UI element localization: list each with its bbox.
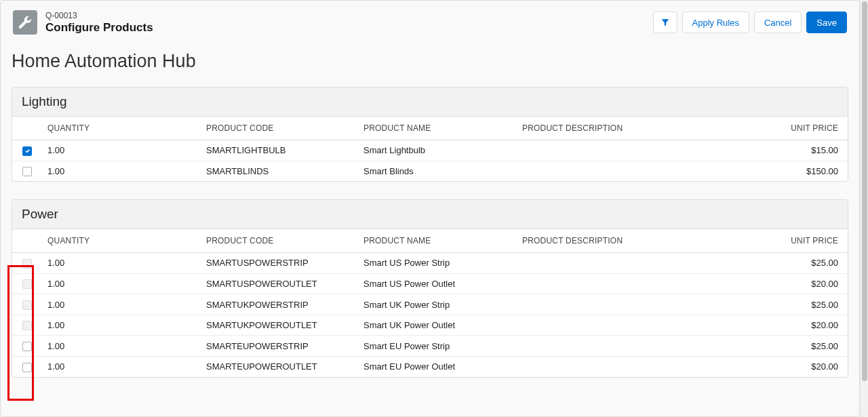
table-row: 1.00SMARTEUPOWEROUTLETSmart EU Power Out… — [12, 356, 848, 376]
table-row: 1.00SMARTUSPOWERSTRIPSmart US Power Stri… — [12, 253, 848, 274]
cell-product-name: Smart UK Power Outlet — [358, 315, 517, 336]
row-checkbox — [22, 279, 32, 289]
save-button[interactable]: Save — [806, 12, 847, 33]
col-header-name: PRODUCT NAME — [358, 117, 517, 140]
cell-product-code: SMARTEUPOWERSTRIP — [201, 336, 358, 357]
cell-product-desc — [517, 273, 734, 294]
cell-product-desc — [517, 161, 734, 181]
row-checkbox[interactable] — [22, 363, 32, 372]
cell-quantity[interactable]: 1.00 — [42, 140, 201, 161]
cell-product-desc — [517, 356, 734, 376]
cell-product-name: Smart US Power Outlet — [358, 273, 517, 294]
table-row: 1.00SMARTEUPOWERSTRIPSmart EU Power Stri… — [12, 336, 848, 357]
cell-product-desc — [517, 294, 734, 315]
col-header-desc: PRODUCT DESCRIPTION — [517, 117, 734, 140]
cell-product-desc — [517, 336, 734, 357]
cell-unit-price: $25.00 — [734, 336, 848, 357]
funnel-icon — [660, 18, 670, 27]
cell-product-desc — [517, 253, 734, 274]
product-table: QUANTITYPRODUCT CODEPRODUCT NAMEPRODUCT … — [12, 117, 848, 181]
cancel-button[interactable]: Cancel — [754, 12, 802, 33]
row-checkbox — [22, 300, 32, 310]
row-checkbox — [22, 321, 32, 330]
group-header: Power — [12, 200, 848, 229]
row-checkbox[interactable] — [22, 167, 32, 176]
cell-quantity[interactable]: 1.00 — [42, 161, 201, 181]
cell-product-name: Smart UK Power Strip — [358, 294, 517, 315]
cell-unit-price: $20.00 — [734, 273, 848, 294]
col-header-price: UNIT PRICE — [734, 117, 848, 140]
cell-product-code: SMARTLIGHTBULB — [201, 140, 358, 161]
cell-product-name: Smart EU Power Outlet — [358, 356, 517, 376]
product-group: LightingQUANTITYPRODUCT CODEPRODUCT NAME… — [12, 87, 848, 182]
page-header: Q-00013 Configure Products Apply Rules C… — [1, 1, 859, 47]
col-header-code: PRODUCT CODE — [201, 229, 358, 253]
cell-product-name: Smart Lightbulb — [358, 140, 517, 161]
cell-product-code: SMARTUSPOWERSTRIP — [201, 253, 358, 274]
table-row: 1.00SMARTUSPOWEROUTLETSmart US Power Out… — [12, 273, 848, 294]
cell-product-desc — [517, 315, 734, 336]
product-title: Home Automation Hub — [12, 51, 848, 72]
row-checkbox[interactable] — [22, 146, 32, 156]
cell-product-desc — [517, 140, 734, 161]
cell-unit-price: $150.00 — [734, 161, 848, 181]
quote-id: Q-00013 — [45, 11, 653, 20]
cell-quantity[interactable]: 1.00 — [42, 336, 201, 357]
scrollbar-thumb[interactable] — [862, 1, 867, 381]
table-row: 1.00SMARTUKPOWEROUTLETSmart UK Power Out… — [12, 315, 848, 336]
action-bar: Apply Rules Cancel Save — [653, 12, 847, 33]
col-header-price: UNIT PRICE — [734, 229, 848, 253]
table-row: 1.00SMARTUKPOWERSTRIPSmart UK Power Stri… — [12, 294, 848, 315]
cell-unit-price: $15.00 — [734, 140, 848, 161]
cell-quantity[interactable]: 1.00 — [42, 294, 201, 315]
wrench-icon — [13, 10, 37, 35]
cell-product-name: Smart US Power Strip — [358, 253, 517, 274]
cell-unit-price: $25.00 — [734, 253, 848, 274]
cell-quantity[interactable]: 1.00 — [42, 273, 201, 294]
cell-quantity[interactable]: 1.00 — [42, 356, 201, 376]
product-group: PowerQUANTITYPRODUCT CODEPRODUCT NAMEPRO… — [12, 199, 848, 377]
cell-product-code: SMARTBLINDS — [201, 161, 358, 181]
table-row: 1.00SMARTLIGHTBULBSmart Lightbulb$15.00 — [12, 140, 848, 161]
col-header-quantity: QUANTITY — [42, 117, 201, 140]
cell-product-name: Smart EU Power Strip — [358, 336, 517, 357]
col-header-name: PRODUCT NAME — [358, 229, 517, 253]
col-header-quantity: QUANTITY — [42, 229, 201, 253]
cell-unit-price: $20.00 — [734, 356, 848, 376]
filter-button[interactable] — [653, 12, 677, 33]
scrollbar-track[interactable] — [860, 0, 868, 417]
col-header-desc: PRODUCT DESCRIPTION — [517, 229, 734, 253]
cell-unit-price: $20.00 — [734, 315, 848, 336]
cell-quantity[interactable]: 1.00 — [42, 315, 201, 336]
cell-product-code: SMARTEUPOWEROUTLET — [201, 356, 358, 376]
cell-quantity[interactable]: 1.00 — [42, 253, 201, 274]
cell-product-code: SMARTUKPOWERSTRIP — [201, 294, 358, 315]
page-title: Configure Products — [45, 21, 653, 35]
col-header-code: PRODUCT CODE — [201, 117, 358, 140]
group-header: Lighting — [12, 87, 848, 117]
cell-product-name: Smart Blinds — [358, 161, 517, 181]
product-table: QUANTITYPRODUCT CODEPRODUCT NAMEPRODUCT … — [12, 229, 848, 376]
cell-product-code: SMARTUKPOWEROUTLET — [201, 315, 358, 336]
table-row: 1.00SMARTBLINDSSmart Blinds$150.00 — [12, 161, 848, 181]
apply-rules-button[interactable]: Apply Rules — [682, 12, 749, 33]
cell-product-code: SMARTUSPOWEROUTLET — [201, 273, 358, 294]
cell-unit-price: $25.00 — [734, 294, 848, 315]
row-checkbox[interactable] — [22, 342, 32, 351]
row-checkbox — [22, 259, 32, 269]
